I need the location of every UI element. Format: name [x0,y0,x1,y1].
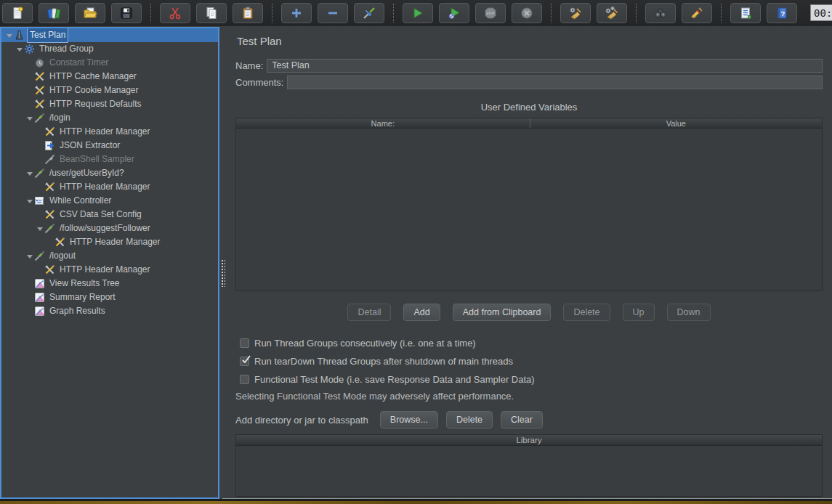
cut-button[interactable] [160,3,190,23]
save-button[interactable] [111,3,142,23]
tree-item-label: Summary Report [47,290,118,304]
name-row: Name: Test Plan [235,59,823,73]
classpath-browse-button[interactable]: Browse... [380,411,438,428]
search-icon [653,6,668,20]
name-field[interactable]: Test Plan [267,59,823,73]
tree-item-http-header-manager[interactable]: HTTP Header Manager [1,180,218,194]
cut-icon [168,6,182,20]
shutdown-icon [520,6,534,20]
tree-item-label: HTTP Cookie Manager [47,84,141,97]
expander-icon[interactable] [15,46,24,52]
checkbox-icon[interactable] [240,375,249,384]
tree-item-graph-results[interactable]: Graph Results [1,304,218,318]
clear-all-button[interactable] [597,3,627,23]
tree-item-http-header-manager[interactable]: HTTP Header Manager [1,125,218,139]
tree-item-http-header-manager[interactable]: HTTP Header Manager [1,235,218,249]
checkbox-checked-icon[interactable] [240,357,249,366]
paste-button[interactable] [233,3,263,23]
udv-down-button[interactable]: Down [667,304,711,321]
tree-item-logout[interactable]: /logout [1,249,218,263]
tree-item-csv-data-set-config[interactable]: CSV Data Set Config [1,208,218,221]
comments-field[interactable] [287,76,823,89]
udv-table-body[interactable] [236,129,822,290]
start-button[interactable] [403,3,433,23]
splitter-grip-icon[interactable] [221,259,225,287]
toolbar-separator [636,4,637,23]
open-file-button[interactable] [75,3,105,23]
collapse-all-button[interactable] [318,3,348,23]
library-header: Library [236,435,822,446]
library-table-body[interactable] [236,446,822,496]
toggle-icon [362,6,376,20]
stop-button[interactable]: STOP [475,3,506,23]
udv-detail-button[interactable]: Detail [347,304,391,321]
expander-icon[interactable] [25,198,34,203]
udv-delete-button[interactable]: Delete [563,304,610,321]
udv-table: Name:Value [235,118,823,291]
tree-item-thread-group[interactable]: Thread Group [1,42,218,56]
udv-add-from-clipboard-button[interactable]: Add from Clipboard [453,304,552,321]
start-no-pauses-button[interactable] [439,3,469,23]
option-functional-test-mode-i-e-save-response-d[interactable]: Functional Test Mode (i.e. save Response… [240,373,535,385]
test-plan-tree[interactable]: Test PlanThread GroupConstant TimerHTTP … [0,27,219,499]
option-label: Run Thread Groups consecutively (i.e. on… [254,338,476,349]
new-file-button[interactable] [2,3,33,23]
option-run-teardown-thread-groups-after-shutdow[interactable]: Run tearDown Thread Groups after shutdow… [240,355,513,367]
tree-item-http-request-defaults[interactable]: HTTP Request Defaults [1,97,218,111]
tree-item-user-getuserbyid[interactable]: /user/getUserById? [1,166,218,180]
tree-item-while-controller[interactable]: While Controller [1,194,218,208]
tree-item-view-results-tree[interactable]: View Results Tree [1,277,218,290]
panel-splitter[interactable] [219,27,227,499]
open-file-icon [83,6,97,20]
tree-item-json-extractor[interactable]: JSON Extractor [1,139,218,153]
tree-item-http-header-manager[interactable]: HTTP Header Manager [1,263,218,277]
tree-item-http-cookie-manager[interactable]: HTTP Cookie Manager [1,84,218,97]
timer-icon [34,57,47,68]
start-no-pauses-icon [447,6,461,20]
elapsed-timer: 00:0 [810,4,832,21]
tree-item-http-cache-manager[interactable]: HTTP Cache Manager [1,70,218,84]
expander-icon[interactable] [4,33,14,38]
copy-button[interactable] [196,3,227,23]
tree-item-label: Constant Timer [47,56,110,70]
config-icon [44,264,57,275]
tree-item-label: BeanShell Sampler [57,153,137,166]
search-reset-icon [690,6,704,20]
function-helper-button[interactable] [730,3,761,23]
option-run-thread-groups-consecutively-i-e-one[interactable]: Run Thread Groups consecutively (i.e. on… [240,337,476,349]
checkbox-icon[interactable] [240,338,249,348]
udv-add-button[interactable]: Add [403,304,440,321]
shutdown-button[interactable] [512,3,542,23]
sampler-icon [44,223,57,234]
help-button[interactable]: ? [767,3,797,23]
tree-item-follow-suggestfollower[interactable]: /follow/suggestFollower [1,221,218,235]
main-toolbar: STOP? [0,0,832,26]
toggle-button[interactable] [354,3,384,23]
while-controller-icon [34,195,47,206]
copy-icon [204,6,219,20]
tree-item-beanshell-sampler[interactable]: BeanShell Sampler [1,153,218,166]
search-button[interactable] [645,3,676,23]
expander-icon[interactable] [25,253,34,259]
tree-item-label: View Results Tree [47,277,122,290]
classpath-clear-button[interactable]: Clear [501,411,543,428]
tree-item-test-plan[interactable]: Test Plan [1,28,218,42]
expander-icon[interactable] [25,171,34,176]
test-plan-icon [14,30,27,41]
tree-item-login[interactable]: /login [1,111,218,125]
classpath-delete-button[interactable]: Delete [446,411,493,428]
function-helper-icon [738,6,753,20]
expand-all-button[interactable] [281,3,312,23]
tree-item-constant-timer[interactable]: Constant Timer [1,56,218,70]
search-reset-button[interactable] [682,3,712,23]
tree-item-label: JSON Extractor [57,139,122,153]
tree-item-summary-report[interactable]: Summary Report [1,290,218,304]
clear-button[interactable] [560,3,591,23]
help-icon: ? [775,6,789,20]
templates-button[interactable] [39,3,69,23]
udv-table-header: Name:Value [236,118,822,129]
udv-up-button[interactable]: Up [623,304,655,321]
desktop-strip [0,501,832,504]
expander-icon[interactable] [25,115,34,121]
expander-icon[interactable] [35,226,44,231]
